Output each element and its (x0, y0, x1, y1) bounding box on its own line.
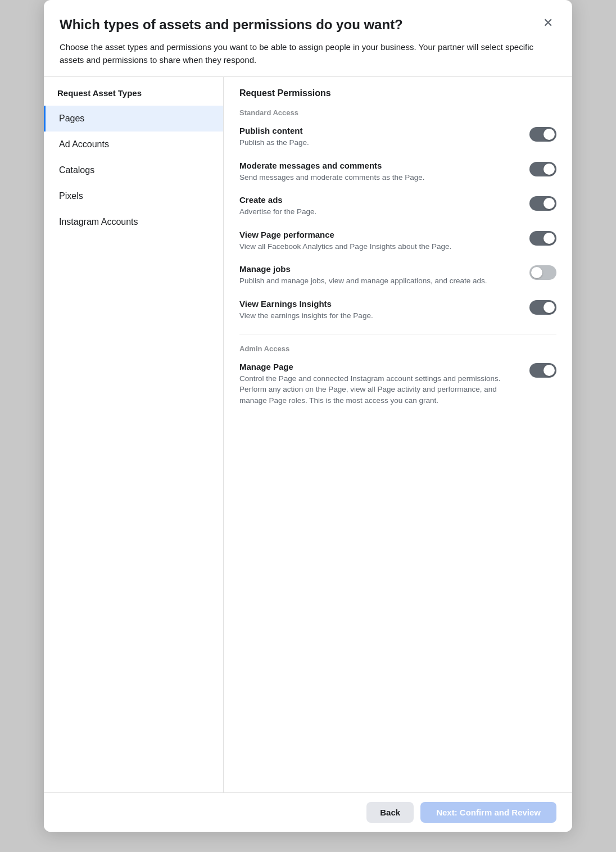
permission-desc: View all Facebook Analytics and Page Ins… (239, 241, 451, 252)
modal-title-row: Which types of assets and permissions do… (60, 16, 556, 33)
next-button[interactable]: Next: Confirm and Review (420, 802, 556, 823)
sidebar-heading: Request Asset Types (44, 77, 223, 106)
sidebar-item-catalogs[interactable]: Catalogs (44, 157, 223, 183)
modal-header: Which types of assets and permissions do… (44, 0, 572, 77)
permission-name: View Earnings Insights (239, 299, 373, 309)
toggle-manage-page[interactable] (529, 363, 556, 380)
standard-access-label: Standard Access (239, 108, 556, 117)
sidebar-item-instagram-accounts[interactable]: Instagram Accounts (44, 209, 223, 235)
permission-name: Publish content (239, 126, 309, 135)
sidebar-item-pixels[interactable]: Pixels (44, 183, 223, 209)
permission-desc: Advertise for the Page. (239, 206, 316, 217)
permission-name: View Page performance (239, 230, 451, 239)
permission-text: Manage jobs Publish and manage jobs, vie… (239, 264, 487, 287)
permission-text: Moderate messages and comments Send mess… (239, 161, 424, 183)
back-button[interactable]: Back (366, 802, 414, 823)
close-button[interactable]: ✕ (540, 16, 556, 30)
section-divider (239, 334, 556, 334)
permission-row: View Earnings Insights View the earnings… (239, 299, 556, 321)
modal-footer: Back Next: Confirm and Review (44, 792, 572, 832)
permissions-heading: Request Permissions (239, 88, 556, 98)
permission-text: Manage Page Control the Page and connect… (239, 362, 520, 406)
permission-view-performance: View Page performance View all Facebook … (239, 230, 556, 252)
permission-manage-jobs: Manage jobs Publish and manage jobs, vie… (239, 264, 556, 287)
sidebar-item-ad-accounts[interactable]: Ad Accounts (44, 132, 223, 157)
permission-row: Moderate messages and comments Send mess… (239, 161, 556, 183)
permission-desc: Control the Page and connected Instagram… (239, 373, 520, 406)
permission-row: Manage Page Control the Page and connect… (239, 362, 556, 406)
permission-text: View Page performance View all Facebook … (239, 230, 451, 252)
toggle-earnings-insights[interactable] (529, 300, 556, 317)
permission-name: Moderate messages and comments (239, 161, 424, 170)
toggle-manage-jobs[interactable] (529, 265, 556, 282)
permission-row: Manage jobs Publish and manage jobs, vie… (239, 264, 556, 287)
modal-subtitle: Choose the asset types and permissions y… (60, 41, 556, 66)
permission-desc: Publish and manage jobs, view and manage… (239, 275, 487, 287)
permission-create-ads: Create ads Advertise for the Page. (239, 195, 556, 217)
sidebar-item-pages[interactable]: Pages (44, 106, 223, 132)
admin-access-label: Admin Access (239, 345, 556, 353)
permission-row: Create ads Advertise for the Page. (239, 195, 556, 217)
permissions-panel: Request Permissions Standard Access Publ… (224, 77, 572, 792)
permission-desc: Send messages and moderate comments as t… (239, 172, 424, 183)
permission-desc: Publish as the Page. (239, 137, 309, 148)
permission-name: Manage jobs (239, 264, 487, 274)
sidebar: Request Asset Types Pages Ad Accounts Ca… (44, 77, 224, 792)
toggle-publish-content[interactable] (529, 127, 556, 144)
permission-manage-page: Manage Page Control the Page and connect… (239, 362, 556, 406)
permission-text: Publish content Publish as the Page. (239, 126, 309, 148)
permission-publish-content: Publish content Publish as the Page. (239, 126, 556, 148)
permission-row: Publish content Publish as the Page. (239, 126, 556, 148)
permission-desc: View the earnings insights for the Page. (239, 310, 373, 321)
toggle-create-ads[interactable] (529, 196, 556, 213)
permission-name: Manage Page (239, 362, 520, 371)
modal: Which types of assets and permissions do… (44, 0, 572, 832)
permission-name: Create ads (239, 195, 316, 205)
permission-row: View Page performance View all Facebook … (239, 230, 556, 252)
toggle-view-performance[interactable] (529, 231, 556, 248)
permission-text: Create ads Advertise for the Page. (239, 195, 316, 217)
toggle-moderate-messages[interactable] (529, 162, 556, 179)
permission-earnings-insights: View Earnings Insights View the earnings… (239, 299, 556, 321)
permission-text: View Earnings Insights View the earnings… (239, 299, 373, 321)
modal-title: Which types of assets and permissions do… (60, 16, 403, 33)
permission-moderate-messages: Moderate messages and comments Send mess… (239, 161, 556, 183)
modal-body: Request Asset Types Pages Ad Accounts Ca… (44, 77, 572, 792)
